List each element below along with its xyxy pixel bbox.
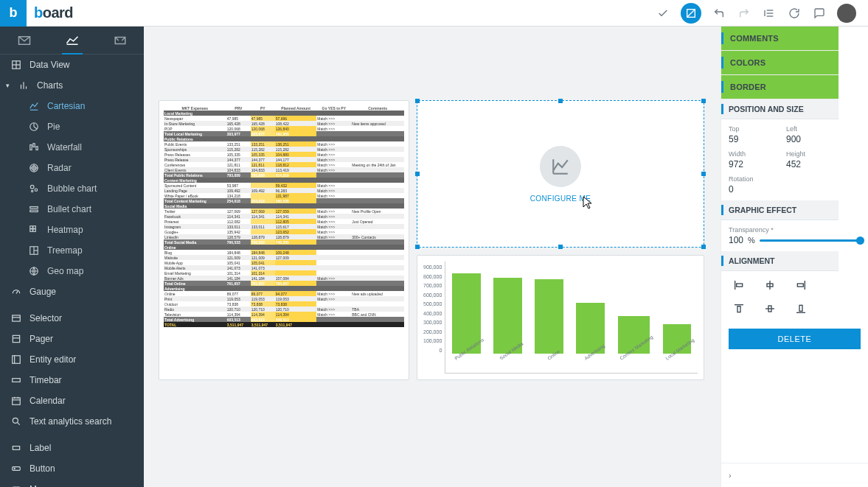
configure-block: CONFIGURE ME bbox=[530, 146, 591, 203]
sidebar-item-geomap[interactable]: Geo map bbox=[0, 261, 144, 281]
sidebar-label: Text analytics search bbox=[29, 416, 111, 427]
top-input[interactable]: 59 bbox=[729, 134, 773, 144]
brand-b: b bbox=[34, 4, 43, 21]
sidebar-label: Gauge bbox=[29, 287, 56, 297]
section-colors[interactable]: COLORS bbox=[721, 51, 839, 75]
sidebar-item-data-view[interactable]: Data View bbox=[0, 55, 144, 75]
timebar-icon bbox=[10, 374, 22, 386]
sidebar-item-heatmap[interactable]: Heatmap bbox=[0, 220, 144, 240]
svg-point-57 bbox=[14, 468, 15, 469]
sidebar-item-charts[interactable]: ▾Charts bbox=[0, 75, 144, 96]
sidebar-item-gauge[interactable]: Gauge bbox=[0, 281, 144, 302]
app-logo-icon[interactable]: b bbox=[0, 0, 27, 27]
section-comments[interactable]: COMMENTS bbox=[721, 27, 839, 51]
sidebar-tab-chart-icon[interactable] bbox=[55, 27, 90, 55]
transparency-slider[interactable] bbox=[760, 239, 861, 242]
height-input[interactable]: 452 bbox=[786, 159, 830, 169]
edit-mode-icon[interactable] bbox=[681, 3, 701, 24]
resize-handle[interactable] bbox=[701, 172, 706, 176]
sidebar-label: Geo map bbox=[47, 266, 83, 276]
chart-bars: Public RelationsSocial MediaOnlineAdvert… bbox=[445, 262, 698, 374]
resize-handle[interactable] bbox=[415, 245, 420, 249]
refresh-icon[interactable] bbox=[787, 6, 802, 21]
section-graphic-effect[interactable]: GRAPHIC EFFECT bbox=[721, 200, 839, 220]
chat-icon[interactable] bbox=[812, 6, 827, 21]
sidebar-item-label[interactable]: Label bbox=[0, 438, 144, 458]
menu-icon bbox=[10, 483, 22, 487]
svg-rect-44 bbox=[13, 335, 19, 342]
align-bottom-icon[interactable] bbox=[791, 301, 811, 317]
resize-handle[interactable] bbox=[558, 99, 563, 103]
sidebar-item-selector[interactable]: Selector bbox=[0, 308, 144, 329]
sidebar-tab-object-icon[interactable] bbox=[103, 27, 138, 55]
bar-chart-panel[interactable]: 900,000800,000700,000600,000500,000400,0… bbox=[417, 255, 704, 380]
sidebar-item-radar[interactable]: Radar bbox=[0, 158, 144, 178]
sidebar-item-button[interactable]: Button bbox=[0, 458, 144, 479]
svg-rect-32 bbox=[30, 210, 38, 211]
sidebar-item-text-analytics[interactable]: Text analytics search bbox=[0, 411, 144, 432]
alignment-grid bbox=[721, 271, 868, 323]
configure-link[interactable]: CONFIGURE ME bbox=[530, 195, 591, 203]
y-axis: 900,000800,000700,000600,000500,000400,0… bbox=[423, 262, 445, 374]
undo-icon[interactable] bbox=[712, 6, 726, 21]
props-expand-icon[interactable]: › bbox=[721, 463, 868, 487]
check-icon[interactable] bbox=[656, 6, 670, 21]
delete-button[interactable]: DELETE bbox=[729, 329, 861, 349]
sidebar-item-cartesian[interactable]: Cartesian bbox=[0, 96, 144, 116]
field-label: Top bbox=[729, 125, 773, 133]
resize-handle[interactable] bbox=[415, 172, 420, 176]
radar-icon bbox=[28, 162, 40, 174]
search-icon bbox=[10, 416, 22, 427]
transparency-input[interactable]: 100 bbox=[729, 235, 743, 245]
selected-chart-placeholder[interactable]: CONFIGURE ME bbox=[417, 100, 704, 248]
redo-icon[interactable] bbox=[737, 6, 751, 21]
slider-knob[interactable] bbox=[856, 237, 864, 245]
svg-line-1 bbox=[687, 9, 695, 17]
align-center-v-icon[interactable] bbox=[760, 301, 780, 317]
sidebar-item-calendar[interactable]: Calendar bbox=[0, 390, 144, 411]
sidebar-item-bullet[interactable]: Bullet chart bbox=[0, 199, 144, 220]
user-avatar[interactable] bbox=[837, 4, 856, 23]
align-right-icon[interactable] bbox=[791, 277, 811, 293]
resize-handle[interactable] bbox=[701, 99, 706, 103]
svg-rect-73 bbox=[797, 284, 803, 287]
sidebar-item-timebar[interactable]: Timebar bbox=[0, 370, 144, 390]
pct-label: % bbox=[748, 236, 755, 245]
left-input[interactable]: 900 bbox=[786, 134, 830, 144]
sidebar-label: Bullet chart bbox=[47, 204, 91, 214]
sidebar-item-waterfall[interactable]: Waterfall bbox=[0, 137, 144, 158]
sidebar-item-menu[interactable]: Menu bbox=[0, 479, 144, 487]
section-alignment[interactable]: ALIGNMENT bbox=[721, 251, 839, 271]
sidebar-item-bubble[interactable]: Bubble chart bbox=[0, 178, 144, 199]
data-view-panel[interactable]: MKT ExpensesPRVPYPlanned AmountGo YES to… bbox=[159, 100, 409, 380]
heatmap-icon bbox=[28, 224, 40, 236]
layout-icon[interactable] bbox=[762, 6, 777, 21]
svg-rect-49 bbox=[13, 398, 21, 404]
align-left-icon[interactable] bbox=[729, 277, 749, 293]
sidebar-tabs bbox=[0, 27, 144, 55]
bar-chart-icon bbox=[18, 80, 29, 91]
sidebar-tab-mail-icon[interactable] bbox=[7, 27, 42, 55]
align-center-h-icon[interactable] bbox=[760, 277, 780, 293]
section-position-size[interactable]: POSITION AND SIZE bbox=[721, 99, 839, 119]
svg-rect-31 bbox=[30, 207, 38, 209]
align-top-icon[interactable] bbox=[729, 301, 749, 317]
resize-handle[interactable] bbox=[415, 99, 420, 103]
sidebar-item-pie[interactable]: Pie bbox=[0, 116, 144, 137]
svg-rect-23 bbox=[36, 147, 38, 150]
sidebar-label: Button bbox=[29, 463, 55, 474]
sidebar-item-pager[interactable]: Pager bbox=[0, 329, 144, 349]
section-border[interactable]: BORDER bbox=[721, 75, 839, 99]
resize-handle[interactable] bbox=[558, 245, 563, 249]
resize-handle[interactable] bbox=[701, 245, 706, 249]
field-label: Width bbox=[729, 150, 773, 158]
sidebar-item-entity-editor[interactable]: Entity editor bbox=[0, 349, 144, 370]
width-input[interactable]: 972 bbox=[729, 159, 773, 169]
svg-point-30 bbox=[32, 190, 33, 192]
bubble-icon bbox=[28, 183, 40, 195]
design-canvas[interactable]: MKT ExpensesPRVPYPlanned AmountGo YES to… bbox=[144, 27, 721, 487]
bar-chart: 900,000800,000700,000600,000500,000400,0… bbox=[423, 262, 698, 374]
sidebar-item-treemap[interactable]: Treemap bbox=[0, 240, 144, 261]
sidebar-label: Data View bbox=[29, 60, 69, 70]
rotation-input[interactable]: 0 bbox=[729, 184, 861, 195]
